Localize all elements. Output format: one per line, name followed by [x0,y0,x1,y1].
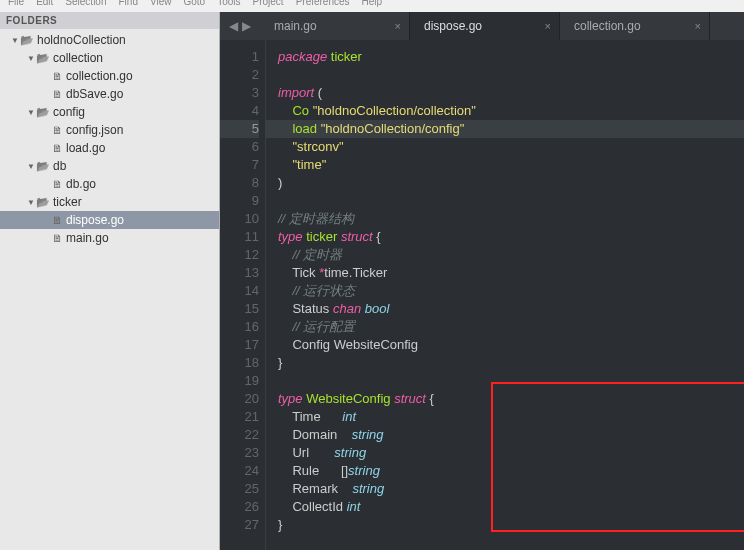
code-body[interactable]: package ticker import ( Co "holdnoCollec… [266,40,744,550]
folder-icon [36,195,53,209]
tree-label: main.go [66,231,109,245]
expand-arrow-icon[interactable]: ▼ [26,54,36,63]
expand-arrow-icon[interactable]: ▼ [26,108,36,117]
tab-label: dispose.go [424,19,482,33]
tree-label: load.go [66,141,105,155]
folder-collection[interactable]: ▼collection [0,49,219,67]
tree-label: collection [53,51,103,65]
tab-dispose-go[interactable]: dispose.go× [410,12,560,40]
editor-pane: ◀▶ main.go×dispose.go×collection.go× 123… [220,12,744,550]
tree-label: ticker [53,195,82,209]
folder-icon [36,105,53,119]
close-icon[interactable]: × [545,20,551,32]
tree-label: config [53,105,85,119]
file-icon [52,177,66,191]
menu-file[interactable]: File [8,0,24,7]
file-icon [52,141,66,155]
folder-tree: ▼holdnoCollection▼collectioncollection.g… [0,29,219,249]
file-dbsave-go[interactable]: dbSave.go [0,85,219,103]
file-icon [52,231,66,245]
folder-holdnoCollection[interactable]: ▼holdnoCollection [0,31,219,49]
tab-nav-arrows[interactable]: ◀▶ [220,12,260,40]
file-icon [52,69,66,83]
tree-label: holdnoCollection [37,33,126,47]
file-collection-go[interactable]: collection.go [0,67,219,85]
menu-project[interactable]: Project [253,0,284,7]
sidebar-header: FOLDERS [0,12,219,29]
folder-icon [36,51,53,65]
expand-arrow-icon[interactable]: ▼ [26,162,36,171]
folder-icon [36,159,53,173]
tree-label: collection.go [66,69,133,83]
tree-label: config.json [66,123,123,137]
menu-bar: FileEditSelectionFindViewGotoToolsProjec… [0,0,744,12]
file-icon [52,87,66,101]
close-icon[interactable]: × [395,20,401,32]
tab-label: main.go [274,19,317,33]
tab-collection-go[interactable]: collection.go× [560,12,710,40]
menu-selection[interactable]: Selection [65,0,106,7]
tree-label: dbSave.go [66,87,123,101]
file-db-go[interactable]: db.go [0,175,219,193]
menu-view[interactable]: View [150,0,172,7]
tree-label: db [53,159,66,173]
tree-label: dispose.go [66,213,124,227]
tree-label: db.go [66,177,96,191]
line-gutter: 1234567891011121314151617181920212223242… [220,40,266,550]
tab-bar: ◀▶ main.go×dispose.go×collection.go× [220,12,744,40]
code-area[interactable]: 1234567891011121314151617181920212223242… [220,40,744,550]
file-dispose-go[interactable]: dispose.go [0,211,219,229]
file-icon [52,213,66,227]
close-icon[interactable]: × [695,20,701,32]
file-icon [52,123,66,137]
menu-find[interactable]: Find [119,0,138,7]
file-main-go[interactable]: main.go [0,229,219,247]
menu-tools[interactable]: Tools [217,0,240,7]
menu-help[interactable]: Help [362,0,383,7]
file-config-json[interactable]: config.json [0,121,219,139]
sidebar: FOLDERS ▼holdnoCollection▼collectioncoll… [0,12,220,550]
folder-db[interactable]: ▼db [0,157,219,175]
tab-label: collection.go [574,19,641,33]
expand-arrow-icon[interactable]: ▼ [10,36,20,45]
menu-edit[interactable]: Edit [36,0,53,7]
tab-main-go[interactable]: main.go× [260,12,410,40]
file-load-go[interactable]: load.go [0,139,219,157]
folder-config[interactable]: ▼config [0,103,219,121]
menu-goto[interactable]: Goto [183,0,205,7]
folder-icon [20,33,37,47]
menu-preferences[interactable]: Preferences [296,0,350,7]
folder-ticker[interactable]: ▼ticker [0,193,219,211]
expand-arrow-icon[interactable]: ▼ [26,198,36,207]
